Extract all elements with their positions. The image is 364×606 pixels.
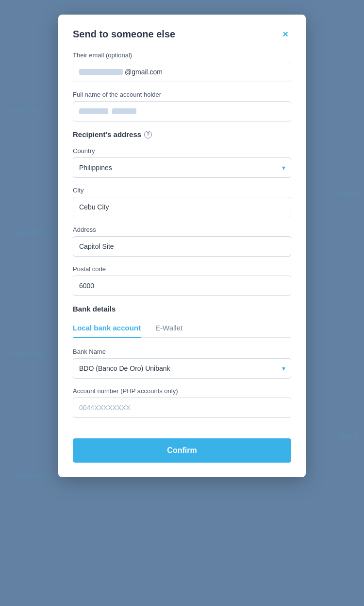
tab-ewallet[interactable]: E-Wallet — [155, 319, 182, 338]
email-display: @gmail.com — [73, 62, 291, 82]
bg-text-charity-1: ...charity — [333, 190, 359, 197]
bg-text-new-recipient-1: New recipi... — [11, 107, 48, 115]
bank-details-label: Bank details — [73, 305, 291, 313]
bank-name-select[interactable]: BDO (Banco De Oro) Unibank BPI (Bank of … — [73, 358, 291, 379]
recipient-address-text: Recipient's address — [73, 130, 141, 139]
address-input[interactable] — [73, 236, 291, 257]
email-group: Their email (optional) @gmail.com — [73, 52, 291, 82]
account-number-group: Account number (PHP accounts only) — [73, 387, 291, 418]
country-label: Country — [73, 147, 291, 155]
name-blurred-1 — [79, 108, 108, 114]
confirm-button[interactable]: Confirm — [73, 438, 291, 463]
help-icon[interactable]: ? — [144, 131, 152, 139]
fullname-label: Full name of the account holder — [73, 91, 291, 98]
bg-text-transferwise-1: TransferWi... — [11, 228, 50, 236]
postal-input[interactable] — [73, 276, 291, 296]
email-domain: @gmail.com — [125, 68, 163, 76]
address-section-header: Recipient's address ? — [73, 130, 291, 139]
bg-text-charity-2: ...charity — [333, 433, 359, 440]
account-number-label: Account number (PHP accounts only) — [73, 387, 291, 395]
address-group: Address — [73, 226, 291, 257]
tab-local-bank-account[interactable]: Local bank account — [73, 319, 141, 338]
bank-details-section: Bank details Local bank account E-Wallet… — [73, 305, 291, 418]
bank-name-select-wrapper: BDO (Banco De Oro) Unibank BPI (Bank of … — [73, 358, 291, 379]
bank-name-label: Bank Name — [73, 348, 291, 355]
name-blurred-2 — [112, 108, 136, 114]
bg-text-new-recipient-2: New recipi... — [11, 350, 48, 358]
bank-tabs: Local bank account E-Wallet — [73, 319, 291, 338]
bg-text-transferwise-2: TransferWi... — [11, 471, 50, 479]
fullname-display — [73, 101, 291, 121]
modal-header: Send to someone else × — [73, 28, 291, 40]
country-select[interactable]: Philippines United States United Kingdom… — [73, 157, 291, 178]
postal-label: Postal code — [73, 265, 291, 273]
modal-title: Send to someone else — [73, 29, 175, 40]
email-blurred-part — [79, 69, 123, 75]
account-number-input[interactable] — [73, 398, 291, 418]
close-button[interactable]: × — [280, 28, 291, 40]
country-group: Country Philippines United States United… — [73, 147, 291, 178]
email-label: Their email (optional) — [73, 52, 291, 59]
city-input[interactable] — [73, 197, 291, 217]
address-section-label: Recipient's address ? — [73, 130, 291, 139]
country-select-wrapper: Philippines United States United Kingdom… — [73, 157, 291, 178]
address-label: Address — [73, 226, 291, 233]
city-label: City — [73, 187, 291, 194]
bank-name-group: Bank Name BDO (Banco De Oro) Unibank BPI… — [73, 348, 291, 379]
city-group: City — [73, 187, 291, 217]
send-modal: Send to someone else × Their email (opti… — [58, 15, 306, 477]
fullname-group: Full name of the account holder — [73, 91, 291, 121]
postal-group: Postal code — [73, 265, 291, 296]
